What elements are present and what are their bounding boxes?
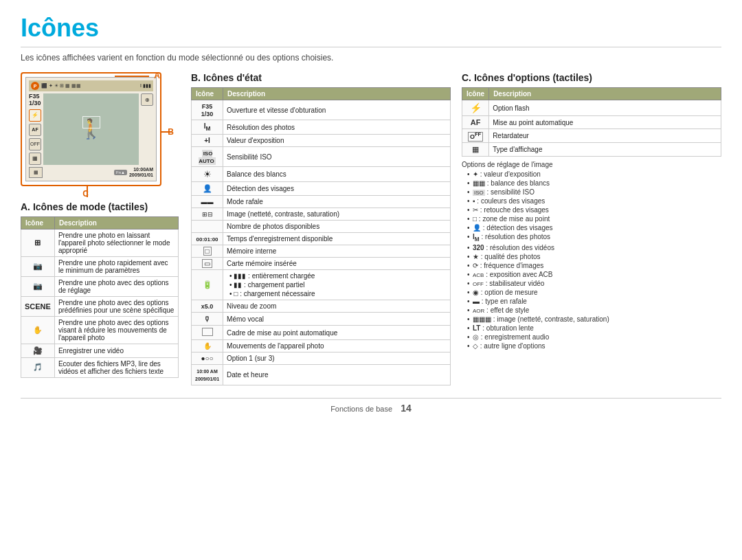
table-row: ▭ Carte mémoire insérée bbox=[192, 258, 451, 270]
list-item: ◎ : enregistrement audio bbox=[467, 333, 721, 341]
desc-cell: Type d'affichage bbox=[489, 143, 721, 157]
icon-cell: ▬▬ bbox=[192, 196, 223, 208]
cam-datetime: 10:00AM2009/01/01 bbox=[129, 167, 153, 177]
icon-cell: 00:01:00 bbox=[192, 233, 223, 245]
section-a-title: A. Icônes de mode (tactiles) bbox=[21, 201, 179, 212]
list-item: 👤 : détection des visages bbox=[467, 224, 721, 232]
desc-cell: Temps d'enregistrement disponible bbox=[223, 233, 451, 245]
section-a-table: Icône Description ⊞ Prendre une photo en… bbox=[21, 216, 179, 378]
footer-text: Fonctions de base bbox=[330, 405, 392, 413]
desc-cell: Ecouter des fichiers MP3, lire des vidéo… bbox=[54, 357, 178, 377]
desc-cell: • ▮▮▮ : entièrement chargée• ▮▮ : charge… bbox=[223, 270, 451, 300]
table-row: ●○○ Option 1 (sur 3) bbox=[192, 352, 451, 365]
page-subtitle: Les icônes affichées varient en fonction… bbox=[21, 53, 721, 63]
camera-simple-icon: 📷 bbox=[33, 262, 43, 270]
cam-icon-right: ⊕ bbox=[141, 93, 153, 106]
list-item: ▦▦ : balance des blancs bbox=[467, 179, 721, 187]
mp3-icon: 🎵 bbox=[33, 363, 43, 371]
icon-cell: SCENE bbox=[21, 296, 55, 316]
list-item: OFF : stabilisateur vidéo bbox=[467, 280, 721, 287]
desc-cell: Enregistrer une vidéo bbox=[54, 344, 178, 357]
icon-cell: ▦ bbox=[462, 143, 489, 157]
table-row: ⊞⊟ Image (netteté, contraste, saturation… bbox=[192, 208, 451, 221]
cam-icons-bar: ⬛ ✦ ☀ ⊞ ▦ ▦▦ bbox=[41, 83, 81, 89]
desc-cell: Date et heure bbox=[223, 365, 451, 385]
icon-cell: ☀ bbox=[192, 167, 223, 182]
footer-page: 14 bbox=[401, 403, 412, 414]
desc-cell: Carte mémoire insérée bbox=[223, 258, 451, 270]
icon-cell: 📷 bbox=[21, 256, 55, 276]
icon-cell: 🔋 bbox=[192, 270, 223, 300]
icon-cell: ⊞ bbox=[21, 229, 55, 256]
icon-cell: 📷 bbox=[21, 276, 55, 296]
desc-cell: Prendre une photo en laissant l'appareil… bbox=[54, 229, 178, 256]
section-a: A. Icônes de mode (tactiles) Icône Descr… bbox=[21, 201, 179, 378]
icon-cell: F351/30 bbox=[192, 100, 223, 120]
table-row: ✋ Prendre une photo avec des options vis… bbox=[21, 316, 179, 344]
table-row: ▦ Type d'affichage bbox=[462, 143, 721, 157]
table-row: F351/30 Ouverture et vitesse d'obturatio… bbox=[192, 100, 451, 120]
cam-icon-off: OFF bbox=[29, 138, 41, 150]
section-b-col-desc: Description bbox=[223, 88, 451, 100]
list-item: □ : zone de mise au point bbox=[467, 215, 721, 223]
section-c-table: Icône Description ⚡ Option flash AF Mise… bbox=[462, 87, 721, 157]
table-row: Nombre de photos disponibles bbox=[192, 221, 451, 233]
table-row: 📷 Prendre une photo rapidement avec le m… bbox=[21, 256, 179, 276]
table-row: 00:01:00 Temps d'enregistrement disponib… bbox=[192, 233, 451, 245]
cam-icon-display: ▦ bbox=[29, 153, 41, 165]
section-c-col-desc: Description bbox=[489, 88, 721, 100]
desc-cell: Niveau de zoom bbox=[223, 300, 451, 313]
desc-cell: Valeur d'exposition bbox=[223, 135, 451, 147]
desc-cell: Résolution des photos bbox=[223, 120, 451, 135]
icon-cell: ⊞⊟ bbox=[192, 208, 223, 221]
desc-cell: Balance des blancs bbox=[223, 167, 451, 182]
desc-cell: Prendre une photo avec des options de ré… bbox=[54, 276, 178, 296]
table-row: ☀ Balance des blancs bbox=[192, 167, 451, 182]
table-row: x5.0 Niveau de zoom bbox=[192, 300, 451, 313]
cam-bottom-icon: ▦ bbox=[29, 167, 43, 178]
desc-cell: Image (netteté, contraste, saturation) bbox=[223, 208, 451, 221]
line-c bbox=[87, 186, 88, 197]
table-row: ⊞ Prendre une photo en laissant l'appare… bbox=[21, 229, 179, 256]
camera-options-icon: 📷 bbox=[33, 282, 43, 290]
options-list: ✦ : valeur d'exposition▦▦ : balance des … bbox=[462, 170, 721, 350]
cam-focus-rect bbox=[82, 116, 100, 128]
page-title: Icônes bbox=[21, 14, 721, 47]
video-icon: 🎥 bbox=[33, 346, 43, 355]
cam-icon-af: AF bbox=[29, 124, 41, 136]
section-b-col-icon: Icône bbox=[192, 88, 223, 100]
desc-cell: Prendre une photo avec des options prédé… bbox=[54, 296, 178, 316]
line-a bbox=[115, 76, 149, 77]
desc-cell: Retardateur bbox=[489, 129, 721, 143]
icon-cell: x5.0 bbox=[192, 300, 223, 313]
list-item: ◇ : autre ligne d'options bbox=[467, 342, 721, 350]
scene-icon: SCENE bbox=[25, 302, 51, 311]
cam-fn-button: Fn▲ bbox=[114, 170, 127, 175]
table-row: +I Valeur d'exposition bbox=[192, 135, 451, 147]
table-row: 📷 Prendre une photo avec des options de … bbox=[21, 276, 179, 296]
list-item: 320 : résolution des vidéos bbox=[467, 244, 721, 251]
list-item: ⟳ : fréquence d'images bbox=[467, 262, 721, 269]
table-row: 🎥 Enregistrer une vidéo bbox=[21, 344, 179, 357]
table-row: IM Résolution des photos bbox=[192, 120, 451, 135]
icon-cell: ✋ bbox=[21, 316, 55, 344]
icon-cell: 🎥 bbox=[21, 344, 55, 357]
list-item: IM : résolution des photos bbox=[467, 233, 721, 243]
list-item: ISO : sensibilité ISO bbox=[467, 188, 721, 196]
cam-fstop: F351/30 bbox=[29, 93, 41, 107]
icon-cell: 10:00 AM2009/01/01 bbox=[192, 365, 223, 385]
table-row: ▬▬ Mode rafale bbox=[192, 196, 451, 208]
desc-cell: Détection des visages bbox=[223, 182, 451, 196]
desc-cell: Nombre de photos disponibles bbox=[223, 221, 451, 233]
icon-cell: ⚡ bbox=[462, 100, 489, 116]
table-row: ✋ Mouvements de l'appareil photo bbox=[192, 340, 451, 352]
desc-cell: Mouvements de l'appareil photo bbox=[223, 340, 451, 352]
table-row: ⚡ Option flash bbox=[462, 100, 721, 116]
section-b-title: B. Icônes d'état bbox=[191, 72, 451, 83]
desc-cell: Option 1 (sur 3) bbox=[223, 352, 451, 365]
list-item: ★ : qualité des photos bbox=[467, 253, 721, 260]
desc-cell: Option flash bbox=[489, 100, 721, 116]
list-item: LT : obturation lente bbox=[467, 324, 721, 332]
icon-cell: □ bbox=[192, 245, 223, 258]
desc-cell: Cadre de mise au point automatique bbox=[223, 326, 451, 340]
